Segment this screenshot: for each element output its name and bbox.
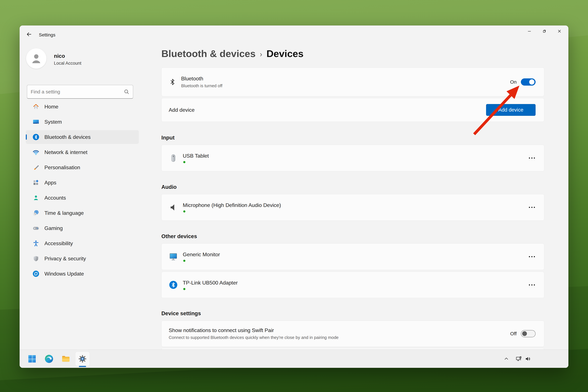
toggle-knob: [522, 331, 527, 336]
sidebar-item-time-language[interactable]: Time & language: [26, 206, 139, 220]
sidebar-item-label: Accessibility: [44, 240, 73, 246]
status-dot: [183, 161, 186, 163]
restore-icon: [542, 29, 547, 34]
breadcrumb-parent[interactable]: Bluetooth & devices: [161, 48, 256, 59]
user-account-type: Local Account: [54, 61, 81, 66]
device-name: TP-Link UB500 Adapter: [183, 280, 238, 286]
swift-pair-card: Show notifications to connect using Swif…: [161, 320, 544, 347]
close-button[interactable]: [552, 26, 567, 38]
restore-button[interactable]: [537, 26, 552, 38]
minimize-button[interactable]: [522, 26, 537, 38]
sidebar-item-label: Gaming: [44, 225, 63, 231]
section-header-input: Input: [161, 134, 174, 141]
user-name: nico: [54, 53, 65, 59]
minimize-icon: [527, 29, 532, 34]
toggle-knob: [529, 80, 534, 84]
file-explorer-button[interactable]: [60, 354, 71, 364]
swift-pair-title: Show notifications to connect using Swif…: [169, 327, 338, 333]
bluetooth-title: Bluetooth: [181, 76, 222, 82]
status-dot: [183, 260, 186, 262]
speaker-icon: [169, 203, 178, 212]
section-header-device-settings: Device settings: [161, 310, 201, 316]
desktop-wallpaper: Settings nico Local Account: [0, 0, 588, 392]
device-row-tplink-adapter: TP-Link UB500 Adapter: [161, 272, 544, 298]
folder-icon: [61, 354, 71, 364]
wifi-icon: [32, 149, 40, 156]
sidebar-item-label: Privacy & security: [44, 256, 86, 262]
sidebar-item-accessibility[interactable]: Accessibility: [26, 236, 139, 250]
add-device-card: Add device Add device: [161, 98, 544, 122]
sidebar-item-label: Windows Update: [44, 271, 84, 277]
add-device-button[interactable]: Add device: [486, 104, 536, 116]
tray-volume-icon[interactable]: [524, 355, 532, 362]
device-row-usb-tablet: USB Tablet: [161, 145, 544, 171]
settings-window: Settings nico Local Account: [20, 26, 568, 368]
sidebar-item-system[interactable]: System: [26, 115, 139, 129]
taskbar: 10:20 20/05/2025: [20, 350, 568, 368]
sidebar-item-gaming[interactable]: Gaming: [26, 221, 139, 235]
status-dot: [183, 288, 186, 290]
home-icon: [32, 103, 40, 110]
sidebar-item-personalisation[interactable]: Personalisation: [26, 160, 139, 174]
search-box[interactable]: [27, 85, 133, 99]
globe-clock-icon: [32, 210, 40, 216]
device-name: Microphone (High Definition Audio Device…: [183, 202, 281, 208]
monitor-icon: [169, 252, 178, 261]
swift-pair-toggle-label: Off: [510, 331, 516, 336]
sidebar-item-label: Home: [44, 104, 58, 110]
section-header-audio: Audio: [161, 184, 176, 190]
more-options-icon[interactable]: [528, 158, 536, 158]
partial-card: [161, 348, 544, 350]
window-title: Settings: [39, 32, 55, 38]
bluetooth-subtitle: Bluetooth is turned off: [181, 83, 222, 88]
sidebar-item-label: Accounts: [44, 195, 66, 201]
swift-pair-toggle[interactable]: [521, 330, 536, 337]
back-button[interactable]: [24, 30, 34, 39]
sidebar-item-network-internet[interactable]: Network & internet: [26, 145, 139, 159]
accounts-person-icon: [32, 194, 40, 202]
mouse-icon: [169, 154, 178, 163]
breadcrumb-separator-icon: ›: [260, 49, 262, 58]
sidebar-item-label: System: [44, 119, 62, 125]
sidebar-item-accounts[interactable]: Accounts: [26, 191, 139, 205]
bluetooth-card: Bluetooth Bluetooth is turned off On: [161, 68, 544, 96]
more-options-icon[interactable]: [528, 207, 536, 208]
sidebar-item-label: Time & language: [44, 210, 84, 216]
back-arrow-icon: [26, 31, 32, 38]
settings-taskbar-button[interactable]: [75, 352, 90, 366]
accessibility-person-icon: [32, 240, 40, 247]
section-header-other-devices: Other devices: [161, 233, 197, 240]
sidebar-item-windows-update[interactable]: Windows Update: [26, 267, 139, 280]
paintbrush-icon: [32, 164, 40, 171]
shield-icon: [32, 255, 40, 262]
bluetooth-circle-icon: [169, 280, 178, 290]
system-icon: [32, 118, 40, 126]
swift-pair-subtitle: Connect to supported Bluetooth devices q…: [169, 335, 338, 340]
search-input[interactable]: [27, 89, 124, 94]
windows-update-icon: [32, 270, 40, 277]
gear-icon: [78, 354, 87, 364]
sidebar-item-bluetooth-devices[interactable]: Bluetooth & devices: [26, 130, 139, 144]
device-row-generic-monitor: Generic Monitor: [161, 243, 544, 270]
gamepad-icon: [32, 224, 40, 232]
status-dot: [183, 210, 186, 212]
apps-grid-icon: [32, 179, 40, 186]
device-name: USB Tablet: [183, 153, 209, 159]
tray-chevron-up-icon[interactable]: [503, 355, 510, 362]
bluetooth-circle-icon: [32, 134, 40, 141]
device-row-microphone: Microphone (High Definition Audio Device…: [161, 194, 544, 221]
sidebar-item-home[interactable]: Home: [26, 100, 139, 114]
tray-network-icon[interactable]: [515, 355, 522, 362]
bluetooth-toggle[interactable]: [521, 78, 536, 86]
more-options-icon[interactable]: [528, 284, 536, 286]
bluetooth-toggle-label: On: [510, 79, 516, 85]
more-options-icon[interactable]: [528, 256, 536, 257]
edge-browser-button[interactable]: [44, 354, 54, 364]
sidebar-nav: Home System Bluetooth & devices Network …: [26, 100, 139, 282]
sidebar-item-apps[interactable]: Apps: [26, 176, 139, 190]
sidebar-item-privacy-security[interactable]: Privacy & security: [26, 252, 139, 266]
avatar[interactable]: [26, 48, 46, 68]
start-button[interactable]: [27, 354, 37, 364]
close-icon: [557, 29, 562, 34]
sidebar-item-label: Personalisation: [44, 164, 80, 170]
